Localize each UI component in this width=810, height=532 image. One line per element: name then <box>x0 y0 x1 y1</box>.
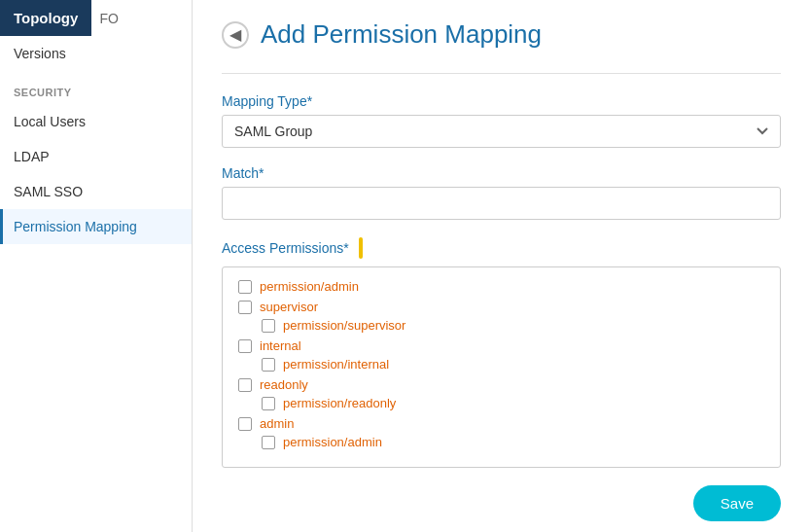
perm-parent-admin: permission/admin <box>238 279 764 294</box>
perm-child-permission-admin2: permission/admin <box>262 435 764 449</box>
match-label: Match* <box>222 165 781 181</box>
perm-child-permission-readonly: permission/readonly <box>262 396 764 410</box>
sidebar: Topology FO Versions SECURITY Local User… <box>0 0 193 532</box>
page-title: Add Permission Mapping <box>261 19 542 50</box>
perm-checkbox-permission-supervisor[interactable] <box>262 319 275 333</box>
perm-group-admin2: admin permission/admin <box>238 416 764 449</box>
perm-group-readonly: readonly permission/readonly <box>238 377 764 410</box>
permissions-box: permission/admin supervisor permission/s… <box>222 266 781 468</box>
perm-label-permission-readonly: permission/readonly <box>283 396 396 410</box>
perm-label-permission-internal: permission/internal <box>283 357 389 372</box>
perm-checkbox-supervisor[interactable] <box>238 301 252 314</box>
perm-parent-internal: internal <box>238 338 764 353</box>
perm-checkbox-internal[interactable] <box>238 339 252 353</box>
permissions-header: Access Permissions* <box>222 237 781 259</box>
sidebar-item-saml-sso[interactable]: SAML SSO <box>0 174 192 209</box>
sidebar-security-label: SECURITY <box>0 77 192 104</box>
perm-checkbox-admin[interactable] <box>238 280 252 294</box>
header-divider <box>222 73 781 74</box>
perm-group-admin: permission/admin <box>238 279 764 294</box>
perm-label-internal: internal <box>260 338 301 353</box>
match-group: Match* <box>222 165 781 220</box>
sidebar-item-ldap[interactable]: LDAP <box>0 139 192 174</box>
perm-label-permission-admin2: permission/admin <box>283 435 382 449</box>
perm-checkbox-permission-readonly[interactable] <box>262 397 275 410</box>
mapping-type-group: Mapping Type* SAML Group Local Group LDA… <box>222 93 781 148</box>
save-area: Save <box>222 485 781 521</box>
perm-checkbox-readonly[interactable] <box>238 378 252 392</box>
sidebar-topology-button[interactable]: Topology <box>0 0 91 36</box>
perm-group-internal: internal permission/internal <box>238 338 764 372</box>
perm-group-supervisor: supervisor permission/supervisor <box>238 300 764 333</box>
perm-label-admin2: admin <box>260 416 294 431</box>
perm-label-readonly: readonly <box>260 377 308 392</box>
perm-label-permission-supervisor: permission/supervisor <box>283 318 405 333</box>
match-input[interactable] <box>222 187 781 220</box>
permissions-warning-indicator <box>359 237 363 259</box>
perm-child-permission-internal: permission/internal <box>262 357 764 372</box>
perm-checkbox-permission-internal[interactable] <box>262 358 275 372</box>
mapping-type-select[interactable]: SAML Group Local Group LDAP Group <box>222 115 781 148</box>
perm-parent-readonly: readonly <box>238 377 764 392</box>
perm-child-permission-supervisor: permission/supervisor <box>262 318 764 333</box>
access-permissions-label: Access Permissions* <box>222 240 349 256</box>
sidebar-top: Topology FO <box>0 0 192 36</box>
page-header: ◀ Add Permission Mapping <box>222 19 781 50</box>
perm-label-admin: permission/admin <box>260 279 359 294</box>
sidebar-versions[interactable]: Versions <box>0 36 192 77</box>
sidebar-info: FO <box>91 1 125 36</box>
perm-parent-admin2: admin <box>238 416 764 431</box>
access-permissions-section: Access Permissions* permission/admin sup… <box>222 237 781 468</box>
sidebar-item-permission-mapping[interactable]: Permission Mapping <box>0 209 192 244</box>
back-button[interactable]: ◀ <box>222 21 249 49</box>
perm-label-supervisor: supervisor <box>260 300 318 314</box>
perm-checkbox-permission-admin2[interactable] <box>262 436 275 449</box>
perm-checkbox-admin2[interactable] <box>238 417 252 431</box>
sidebar-item-local-users[interactable]: Local Users <box>0 104 192 139</box>
save-button[interactable]: Save <box>693 485 781 521</box>
perm-parent-supervisor: supervisor <box>238 300 764 314</box>
back-arrow-icon: ◀ <box>229 25 241 44</box>
main-content: ◀ Add Permission Mapping Mapping Type* S… <box>193 0 810 532</box>
mapping-type-label: Mapping Type* <box>222 93 781 109</box>
